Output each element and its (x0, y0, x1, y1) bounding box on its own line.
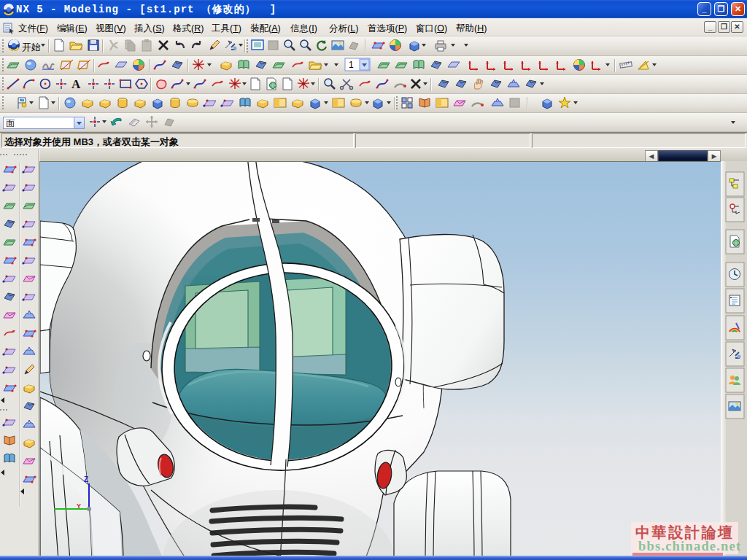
svg-text:Y: Y (77, 502, 81, 510)
svg-text:A: A (71, 77, 81, 91)
svg-text:Z: Z (84, 475, 88, 483)
